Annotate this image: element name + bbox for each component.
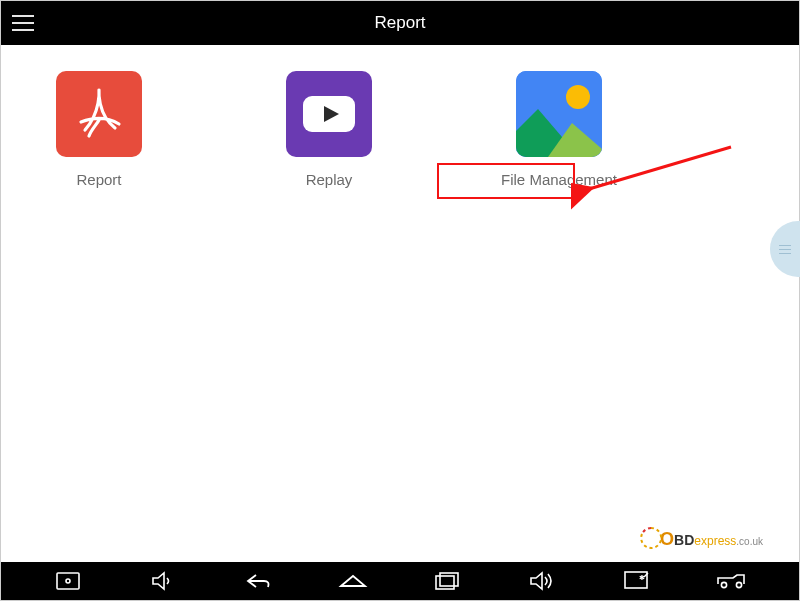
tile-label: File Management bbox=[501, 171, 617, 188]
watermark-bd: BD bbox=[674, 532, 694, 548]
tile-label: Report bbox=[76, 171, 121, 188]
svg-rect-4 bbox=[57, 573, 79, 589]
nav-back-button[interactable] bbox=[228, 562, 288, 600]
watermark: OBDexpress.co.uk bbox=[660, 529, 763, 550]
svg-point-11 bbox=[736, 582, 741, 587]
svg-point-2 bbox=[566, 85, 590, 109]
top-bar: Report bbox=[1, 1, 799, 45]
tile-replay[interactable]: Replay bbox=[259, 71, 399, 188]
watermark-tld: .co.uk bbox=[736, 536, 763, 547]
nav-home-button[interactable] bbox=[323, 562, 383, 600]
nav-volume-up-button[interactable] bbox=[512, 562, 572, 600]
nav-vehicle-button[interactable] bbox=[702, 562, 762, 600]
tile-report[interactable]: Report bbox=[29, 71, 169, 188]
app-frame: Report Report Replay bbox=[0, 0, 800, 601]
tile-file-management[interactable]: File Management bbox=[489, 71, 629, 188]
bottom-nav: ✱ bbox=[1, 562, 799, 600]
page-title: Report bbox=[1, 13, 799, 33]
nav-screenshot-button[interactable] bbox=[38, 562, 98, 600]
svg-point-10 bbox=[721, 582, 726, 587]
adobe-pdf-icon bbox=[56, 71, 142, 157]
watermark-express: express bbox=[694, 534, 736, 548]
tile-grid: Report Replay File Management bbox=[29, 71, 771, 188]
gallery-icon bbox=[516, 71, 602, 157]
svg-rect-7 bbox=[440, 573, 458, 586]
youtube-icon bbox=[286, 71, 372, 157]
nav-cast-button[interactable]: ✱ bbox=[607, 562, 667, 600]
tile-label: Replay bbox=[306, 171, 353, 188]
nav-recent-button[interactable] bbox=[417, 562, 477, 600]
svg-rect-6 bbox=[436, 576, 454, 589]
svg-point-5 bbox=[66, 579, 70, 583]
side-drawer-tab[interactable] bbox=[770, 221, 800, 277]
nav-volume-down-button[interactable] bbox=[133, 562, 193, 600]
svg-text:✱: ✱ bbox=[639, 574, 645, 581]
